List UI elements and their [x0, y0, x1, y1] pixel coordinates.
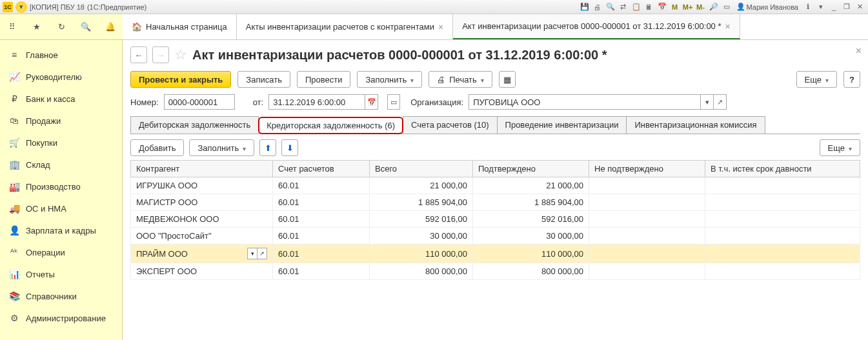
subtab-inventory[interactable]: Проведение инвентаризации [497, 116, 627, 134]
bell-icon[interactable]: 🔔 [104, 21, 117, 34]
cell-total[interactable]: 21 000,00 [370, 177, 473, 194]
save-button[interactable]: Записать [237, 71, 290, 88]
sidebar-item-managerial[interactable]: 📈Руководителю [0, 66, 122, 88]
cell-total[interactable]: 1 885 904,00 [370, 194, 473, 211]
tab-act-document[interactable]: Акт инвентаризации расчетов 0000-000001 … [453, 14, 740, 39]
sidebar-item-production[interactable]: 🏭Производство [0, 175, 122, 197]
info-drop-icon[interactable]: ▾ [815, 2, 827, 12]
help-button[interactable]: ? [843, 71, 860, 88]
cell-expired[interactable] [705, 211, 860, 228]
col-confirmed[interactable]: Подтверждено [473, 161, 589, 177]
col-account[interactable]: Счет расчетов [273, 161, 370, 177]
cell-total[interactable]: 30 000,00 [370, 228, 473, 245]
m-button[interactable]: M [669, 2, 681, 12]
calendar-icon[interactable]: 📅 [656, 2, 668, 12]
cell-expired[interactable] [705, 263, 860, 280]
close-icon[interactable]: × [725, 21, 731, 32]
cell-expired[interactable] [705, 194, 860, 211]
cell-confirmed[interactable]: 110 000,00 [473, 245, 589, 263]
sidebar-item-purchases[interactable]: 🛒Покупки [0, 132, 122, 154]
cell-counterparty[interactable]: ИГРУШКА ООО [131, 177, 273, 194]
sidebar-item-warehouse[interactable]: 🏢Склад [0, 154, 122, 175]
cell-unconfirmed[interactable] [589, 245, 705, 263]
cell-counterparty[interactable]: ЭКСПЕРТ ООО [131, 263, 273, 280]
search-tool-icon[interactable]: 🔍 [79, 21, 92, 34]
table-row[interactable]: МАГИСТР ООО 60.01 1 885 904,00 1 885 904… [131, 194, 860, 211]
table-row[interactable]: ООО "ПростоСайт" 60.01 30 000,00 30 000,… [131, 228, 860, 245]
favorite-icon[interactable]: ★ [30, 21, 43, 34]
cell-expired[interactable] [705, 245, 860, 263]
more-button[interactable]: Еще [796, 71, 837, 88]
cell-confirmed[interactable]: 800 000,00 [473, 263, 589, 280]
cell-account[interactable]: 60.01 [273, 177, 370, 194]
minimize-icon[interactable]: _ [828, 2, 840, 12]
open-ref-icon[interactable]: ↗ [714, 94, 727, 110]
sidebar-item-catalogs[interactable]: 📚Справочники [0, 285, 122, 307]
cell-account[interactable]: 60.01 [273, 263, 370, 280]
nav-forward-button[interactable]: → [152, 46, 169, 63]
sidebar-item-main[interactable]: ≡Главное [0, 44, 122, 66]
org-input[interactable]: ПУГОВИЦА ООО [469, 94, 701, 110]
move-down-button[interactable]: ⬇ [281, 139, 298, 156]
fill-button[interactable]: Заполнить [357, 71, 422, 88]
sidebar-item-sales[interactable]: 🛍Продажи [0, 110, 122, 132]
favorite-star-icon[interactable]: ☆ [174, 46, 187, 63]
cell-counterparty[interactable]: ООО "ПростоСайт" [131, 228, 273, 245]
m-minus-button[interactable]: M- [695, 2, 707, 12]
cell-counterparty[interactable]: ПРАЙМ ООО▾↗ [131, 245, 273, 263]
sidebar-item-admin[interactable]: ⚙Администрирование [0, 307, 122, 329]
subtab-debit[interactable]: Дебиторская задолженность [130, 116, 259, 134]
cell-expired[interactable] [705, 228, 860, 245]
dropdown-icon[interactable]: ▾ [701, 94, 714, 110]
date-input[interactable]: 31.12.2019 6:00:00 [268, 94, 365, 110]
sidebar-item-bank[interactable]: ₽Банк и касса [0, 88, 122, 110]
subtab-credit[interactable]: Кредиторская задолженность (6) [258, 117, 403, 134]
search-icon[interactable]: 🔍 [605, 2, 616, 12]
apps-icon[interactable]: ⠿ [6, 21, 19, 34]
sidebar-item-operations[interactable]: ᴬᵏОперации [0, 241, 122, 263]
sidebar-item-hr[interactable]: 👤Зарплата и кадры [0, 219, 122, 241]
cell-unconfirmed[interactable] [589, 194, 705, 211]
close-icon[interactable]: × [438, 22, 443, 32]
cell-total[interactable]: 800 000,00 [370, 263, 473, 280]
cell-account[interactable]: 60.01 [273, 245, 370, 263]
app-menu-dropdown[interactable]: ▾ [15, 1, 27, 13]
info-icon[interactable]: ℹ [802, 2, 814, 12]
tab-home[interactable]: Начальная страница [123, 14, 237, 39]
clipboard-icon[interactable]: 📋 [631, 2, 642, 12]
col-total[interactable]: Всего [370, 161, 473, 177]
calc-icon[interactable]: 🖩 [643, 2, 655, 12]
fill-table-button[interactable]: Заполнить [189, 139, 254, 156]
cell-unconfirmed[interactable] [589, 263, 705, 280]
tab-acts-list[interactable]: Акты инвентаризации расчетов с контраген… [237, 14, 453, 39]
zoom-icon[interactable]: 🔎 [708, 2, 720, 12]
table-row[interactable]: МЕДВЕЖОНОК ООО 60.01 592 016,00 592 016,… [131, 211, 860, 228]
cell-confirmed[interactable]: 592 016,00 [473, 211, 589, 228]
add-row-button[interactable]: Добавить [130, 139, 184, 156]
cell-confirmed[interactable]: 30 000,00 [473, 228, 589, 245]
col-counterparty[interactable]: Контрагент [131, 161, 273, 177]
table-row[interactable]: ИГРУШКА ООО 60.01 21 000,00 21 000,00 [131, 177, 860, 194]
subtab-accounts[interactable]: Счета расчетов (10) [403, 116, 498, 134]
compare-icon[interactable]: ⇄ [618, 2, 629, 12]
history-icon[interactable]: ↻ [55, 21, 68, 34]
cell-expired[interactable] [705, 177, 860, 194]
cell-confirmed[interactable]: 21 000,00 [473, 177, 589, 194]
subtab-commission[interactable]: Инвентаризационная комиссия [626, 116, 765, 134]
dropdown-icon[interactable]: ▾ [247, 248, 257, 259]
user-menu[interactable]: 👤 Мария Иванова [734, 3, 801, 11]
col-expired[interactable]: В т.ч. истек срок давности [705, 161, 860, 177]
post-and-close-button[interactable]: Провести и закрыть [130, 71, 231, 88]
table-row[interactable]: ПРАЙМ ООО▾↗ 60.01 110 000,00 110 000,00 [131, 245, 860, 263]
nav-back-button[interactable]: ← [130, 46, 147, 63]
cell-unconfirmed[interactable] [589, 177, 705, 194]
move-up-button[interactable]: ⬆ [259, 139, 276, 156]
close-window-icon[interactable]: ✕ [854, 2, 865, 12]
cell-counterparty[interactable]: МЕДВЕЖОНОК ООО [131, 211, 273, 228]
close-form-icon[interactable]: × [856, 45, 862, 57]
sidebar-item-assets[interactable]: 🚚ОС и НМА [0, 197, 122, 219]
post-button[interactable]: Провести [297, 71, 351, 88]
print-icon[interactable]: 🖨 [592, 2, 603, 12]
table-more-button[interactable]: Еще [820, 139, 860, 156]
cell-confirmed[interactable]: 1 885 904,00 [473, 194, 589, 211]
